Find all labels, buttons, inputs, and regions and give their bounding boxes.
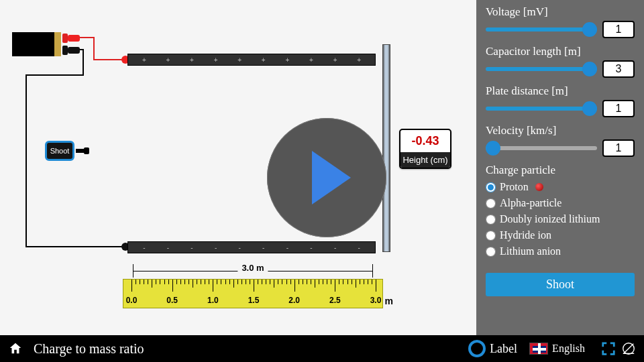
battery-plug-black — [68, 47, 80, 54]
height-value: -0.43 — [400, 130, 450, 152]
wire-black — [25, 246, 126, 247]
play-button[interactable] — [267, 118, 386, 237]
length-slider[interactable] — [486, 62, 597, 76]
shoot-device-cable — [76, 149, 84, 153]
language-selector[interactable]: English — [529, 343, 585, 355]
caliper-label: 3.0 m — [237, 263, 268, 273]
length-label: Capacitor length [m] — [486, 45, 635, 58]
wire-black — [25, 74, 84, 76]
svg-line-1 — [624, 344, 634, 354]
label-toggle-text: Label — [490, 342, 517, 356]
voltage-slider[interactable] — [486, 23, 597, 36]
particle-option-alpha[interactable]: Alpha-particle — [486, 195, 635, 211]
particle-option-proton[interactable]: Proton — [486, 179, 635, 195]
detector-screen — [382, 44, 390, 252]
home-icon[interactable] — [8, 341, 23, 356]
battery-plug-red — [68, 35, 80, 42]
radio-hydride[interactable] — [486, 231, 496, 241]
bottom-bar: Charge to mass ratio Label English — [0, 335, 644, 362]
radio-alpha[interactable] — [486, 198, 496, 208]
ruler-tick-label: 2.5 — [329, 296, 341, 305]
length-value[interactable]: 3 — [602, 60, 635, 78]
length-caliper: 3.0 m — [133, 264, 373, 279]
ruler-tick-label: 0.5 — [166, 296, 178, 305]
protractor-off-icon[interactable] — [621, 341, 636, 356]
label-toggle[interactable]: Label — [468, 340, 517, 357]
shoot-button[interactable]: Shoot — [486, 273, 635, 296]
particle-option-lianion[interactable]: Lithium anion — [486, 243, 635, 259]
velocity-value[interactable]: 1 — [602, 139, 635, 157]
particle-option-lithium2[interactable]: Doubly ionized lithium — [486, 211, 635, 227]
ruler: m 0.00.51.01.52.02.53.0 — [123, 279, 383, 308]
radio-lithium2[interactable] — [486, 215, 496, 225]
shoot-device-button[interactable]: Shoot — [45, 141, 74, 161]
shoot-device-plug — [84, 147, 89, 154]
battery-terminal-negative — [62, 46, 68, 55]
capacitor-plate-top: ++++++++++ — [127, 54, 376, 66]
simulation-stage: Shoot ++++++++++ ---------- -0.43 Height… — [0, 0, 476, 335]
voltage-value[interactable]: 1 — [602, 21, 635, 38]
ruler-tick-label: 0.0 — [126, 296, 138, 305]
battery-body — [12, 32, 54, 56]
fullscreen-icon[interactable] — [601, 341, 616, 356]
distance-value[interactable]: 1 — [602, 100, 635, 117]
particle-label: Charge particle — [486, 164, 635, 177]
flag-icon — [529, 343, 548, 355]
height-readout: -0.43 Height (cm) — [399, 129, 451, 169]
wire-black — [83, 49, 84, 76]
wire-red — [93, 59, 124, 60]
height-label: Height (cm) — [400, 152, 450, 168]
distance-label: Plate distance [m] — [486, 84, 635, 98]
battery-terminal-positive — [62, 34, 68, 43]
ruler-tick-label: 1.5 — [248, 296, 260, 305]
shoot-device-label: Shoot — [50, 147, 70, 155]
proton-icon — [535, 183, 543, 191]
language-label: English — [552, 343, 585, 355]
battery-cap — [54, 32, 61, 56]
ruler-tick-label: 1.0 — [207, 296, 219, 305]
radio-proton[interactable] — [486, 182, 496, 192]
wire-black — [25, 74, 27, 247]
ruler-unit: m — [385, 296, 393, 306]
controls-sidebar: Voltage [mV] 1 Capacitor length [m] 3 Pl… — [476, 0, 644, 335]
ruler-tick-label: 2.0 — [288, 296, 300, 305]
play-icon — [312, 151, 351, 204]
wire-red — [80, 37, 95, 38]
particle-option-hydride[interactable]: Hydride ion — [486, 227, 635, 243]
voltage-label: Voltage [mV] — [486, 5, 635, 19]
toggle-icon — [468, 340, 486, 357]
capacitor-plate-bottom: ---------- — [127, 241, 376, 253]
velocity-slider[interactable] — [486, 141, 597, 155]
distance-slider[interactable] — [486, 102, 597, 115]
ruler-tick-label: 3.0 — [370, 296, 382, 305]
radio-lianion[interactable] — [486, 247, 496, 257]
wire-red — [93, 37, 95, 59]
page-title: Charge to mass ratio — [34, 341, 468, 357]
velocity-label: Velocity [km/s] — [486, 124, 635, 137]
